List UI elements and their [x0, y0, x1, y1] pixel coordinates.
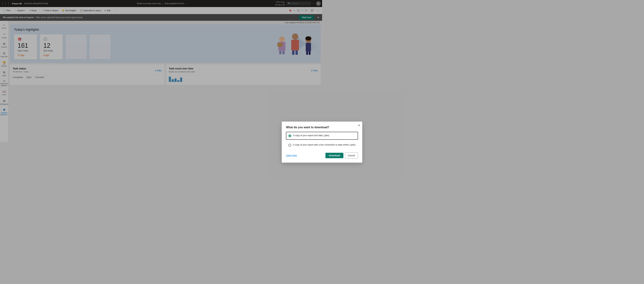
modal-option-1-label: A copy of your report and data (.pbix) [293, 134, 322, 137]
modal-title: What do you want to download? [286, 126, 322, 129]
download-modal: What do you want to download? ✕ A copy o… [282, 122, 322, 142]
modal-option-1[interactable]: A copy of your report and data (.pbix) [286, 132, 322, 140]
radio-option-1[interactable] [288, 134, 291, 137]
modal-overlay: What do you want to download? ✕ A copy o… [0, 0, 322, 142]
modal-option-2[interactable]: A copy of your report with a live connec… [286, 141, 322, 142]
